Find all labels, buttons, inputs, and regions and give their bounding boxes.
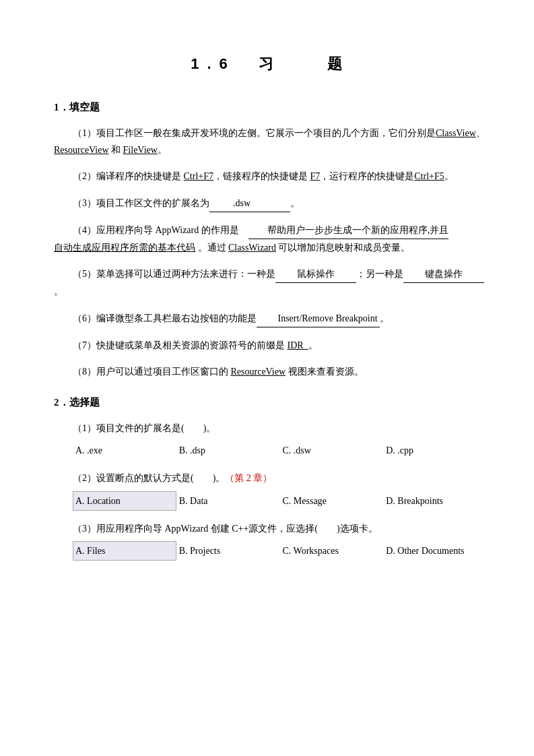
mc-3-option-b: B. Projects bbox=[176, 541, 280, 561]
chapter-note: （第 2 章） bbox=[225, 473, 272, 483]
mc-1-option-c: C. .dsw bbox=[280, 441, 384, 460]
breakpoint-blank: Insert/Remove Breakpoint bbox=[257, 310, 380, 327]
keyboard-op-blank: 键盘操作 bbox=[403, 265, 484, 283]
section-multiplechoice: 2．选择题 （1）项目文件的扩展名是( )。 A. .exe B. .dsp C… bbox=[54, 396, 487, 561]
mouse-op-blank: 鼠标操作 bbox=[275, 265, 356, 283]
link-shortcut: F7 bbox=[310, 171, 320, 181]
mc-item-2-options: A. Location B. Data C. Message D. Breakp… bbox=[73, 491, 487, 511]
idr-underline: IDR_ bbox=[288, 340, 308, 350]
mc-3-option-c: C. Workspaces bbox=[280, 541, 384, 561]
fillblank-item-7: （7）快捷键或菜单及相关资源的资源符号的前缀是 IDR_。 bbox=[54, 337, 487, 354]
mc-1-option-a: A. .exe bbox=[73, 441, 176, 460]
compile-shortcut: Ctrl+F7 bbox=[184, 171, 213, 181]
fileview-underline: FileView bbox=[123, 145, 158, 155]
section2-heading: 2．选择题 bbox=[54, 396, 487, 409]
mc-2-option-c: C. Message bbox=[280, 491, 384, 511]
mc-2-option-d: D. Breakpoints bbox=[383, 491, 487, 511]
fillblank-item-5: （5）菜单选择可以通过两种方法来进行：一种是 鼠标操作 ；另一种是 键盘操作 。 bbox=[54, 265, 487, 300]
fillblank-item-2: （2）编译程序的快捷键是 Ctrl+F7，链接程序的快捷键是 F7，运行程序的快… bbox=[54, 168, 487, 185]
fillblank-item-8: （8）用户可以通过项目工作区窗口的 ResourceView 视图来查看资源。 bbox=[54, 363, 487, 380]
fillblank-item-6: （6）编译微型条工具栏最右边按钮的功能是 Insert/Remove Break… bbox=[54, 310, 487, 327]
mc-3-option-a: A. Files bbox=[73, 541, 176, 561]
mc-item-3: （3）用应用程序向导 AppWizard 创建 C++源文件，应选择( )选项卡… bbox=[54, 520, 487, 561]
appwizard-blank1: 帮助用户一步步生成一个新的应用程序,并且 bbox=[248, 222, 449, 239]
mc-2-option-b: B. Data bbox=[176, 491, 280, 511]
mc-2-option-a: A. Location bbox=[73, 491, 176, 511]
mc-item-1-options: A. .exe B. .dsp C. .dsw D. .cpp bbox=[73, 441, 487, 460]
mc-1-option-d: D. .cpp bbox=[383, 441, 487, 460]
fillblank-item-3: （3）项目工作区文件的扩展名为 .dsw 。 bbox=[54, 195, 487, 212]
fillblank-item-1: （1）项目工作区一般在集成开发环境的左侧。它展示一个项目的几个方面，它们分别是C… bbox=[54, 125, 487, 158]
mc-3-option-d: D. Other Documents bbox=[383, 541, 487, 561]
extension-blank: .dsw bbox=[209, 195, 290, 212]
appwizard-blank2: 自动生成应用程序所需的基本代码 bbox=[54, 243, 195, 253]
run-shortcut: Ctrl+F5 bbox=[414, 171, 444, 181]
fillblank-item-4: （4）应用程序向导 AppWizard 的作用是 帮助用户一步步生成一个新的应用… bbox=[54, 222, 487, 256]
mc-item-1-text: （1）项目文件的扩展名是( )。 bbox=[54, 420, 487, 437]
section1-heading: 1．填空题 bbox=[54, 101, 487, 114]
mc-item-3-text: （3）用应用程序向导 AppWizard 创建 C++源文件，应选择( )选项卡… bbox=[54, 520, 487, 537]
classview-underline: ClassView bbox=[436, 128, 476, 138]
mc-item-1: （1）项目文件的扩展名是( )。 A. .exe B. .dsp C. .dsw… bbox=[54, 420, 487, 460]
mc-item-2-text: （2）设置断点的默认方式是( )。（第 2 章） bbox=[54, 470, 487, 486]
section-fillblank: 1．填空题 （1）项目工作区一般在集成开发环境的左侧。它展示一个项目的几个方面，… bbox=[54, 101, 487, 380]
mc-1-option-b: B. .dsp bbox=[176, 441, 280, 460]
resourceview-underline: ResourceView bbox=[54, 145, 109, 155]
mc-item-3-options: A. Files B. Projects C. Workspaces D. Ot… bbox=[73, 541, 487, 561]
mc-item-2: （2）设置断点的默认方式是( )。（第 2 章） A. Location B. … bbox=[54, 470, 487, 510]
classwizard-underline: ClassWizard bbox=[228, 243, 276, 253]
page-title: 1.6 习 题 bbox=[54, 54, 487, 74]
resourceview2-underline: ResourceView bbox=[231, 367, 286, 377]
